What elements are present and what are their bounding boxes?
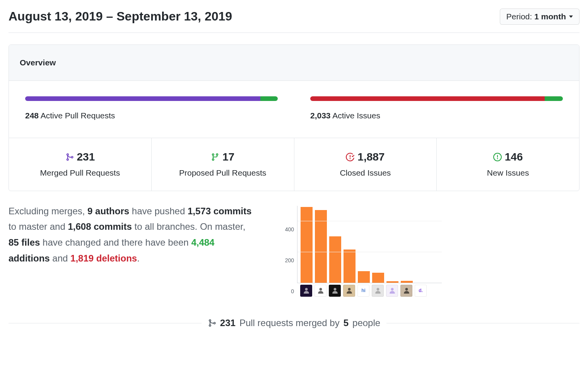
svg-point-0 [305,288,308,291]
merged-prs-stat[interactable]: 231 Merged Pull Requests [9,138,152,191]
contributor-avatar[interactable] [343,285,355,297]
svg-point-4 [376,288,379,291]
issues-closed-segment [310,96,545,101]
progress-row: 248 Active Pull Requests 2,033 Active Is… [9,81,579,138]
chart-bar[interactable] [344,250,356,283]
footer-people-count: 5 [344,316,349,330]
contributor-avatar[interactable]: d. [415,285,427,297]
contributor-avatar[interactable] [386,285,398,297]
summary-files: 85 files [9,237,40,248]
summary-t1: have pushed [129,206,188,216]
summary-t4: have changed and there have been [40,237,191,248]
contributor-avatar[interactable] [315,285,326,297]
chart-ytick: 400 [285,225,294,233]
contributor-avatar[interactable]: hi [357,285,369,297]
chart-bars [297,206,442,283]
svg-point-3 [348,288,350,291]
issue-opened-icon [493,153,502,161]
new-issues-count: 146 [505,149,523,165]
footer-t2: people [352,316,380,330]
git-merge-icon [208,319,216,327]
summary-prefix: Excluding merges, [9,206,87,216]
active-prs-cell: 248 Active Pull Requests [9,81,294,138]
active-issues-text: Active Issues [332,111,380,120]
git-merge-icon [65,153,74,161]
summary-t5: and [50,253,70,263]
svg-point-2 [333,288,336,291]
summary-t6: . [137,253,140,263]
summary-authors: 9 authors [87,206,129,216]
proposed-prs-count: 17 [222,149,234,165]
prs-merged-segment [25,96,260,101]
active-prs-count: 248 [25,111,39,120]
issues-progress-bar [310,96,563,101]
svg-point-1 [319,288,322,291]
chart-bar[interactable] [329,236,341,282]
summary-additions: 4,484 [191,237,214,248]
summary-t3: to all branches. On master, [132,221,245,232]
chart-bar[interactable] [401,281,413,283]
summary-additions-label: additions [9,253,50,263]
summary-t2: to master and [9,221,68,232]
active-issues-count: 2,033 [310,111,331,120]
contributor-avatar[interactable] [372,285,384,297]
stats-row: 231 Merged Pull Requests 17 Proposed Pul… [9,138,579,191]
issue-closed-icon [346,153,354,161]
chart-plot [297,206,442,283]
contributors-chart: 4002000 hid. [279,203,442,297]
chart-yaxis: 4002000 [279,206,297,283]
proposed-prs-label: Proposed Pull Requests [156,167,290,179]
contributor-avatar[interactable] [329,285,341,297]
active-issues-label: 2,033 Active Issues [310,109,563,122]
svg-point-5 [391,288,393,291]
new-issues-label: New Issues [441,167,575,179]
chart-bar[interactable] [386,281,398,282]
footer-t1: Pull requests merged by [239,316,340,330]
active-prs-text: Active Pull Requests [41,111,115,120]
chart-ytick: 0 [291,287,294,295]
prs-proposed-segment [260,96,278,101]
new-issues-stat[interactable]: 146 New Issues [437,138,579,191]
active-prs-label: 248 Active Pull Requests [25,109,278,122]
period-select[interactable]: Period: 1 month [500,9,579,25]
footer-pr-count: 231 [220,316,236,330]
overview-box: Overview 248 Active Pull Requests 2, [9,44,579,191]
summary-commits-master: 1,573 commits [188,206,251,216]
summary-text: Excluding merges, 9 authors have pushed … [9,203,256,267]
summary-commits-all: 1,608 commits [68,221,132,232]
closed-issues-label: Closed Issues [298,167,433,179]
svg-point-6 [405,288,408,291]
issues-new-segment [545,96,563,101]
chart-bar[interactable] [358,271,370,283]
proposed-prs-stat[interactable]: 17 Proposed Pull Requests [152,138,294,191]
chart-ytick: 200 [285,256,294,264]
prs-progress-bar [25,96,278,101]
contributor-avatar[interactable] [300,285,312,297]
git-branch-icon [211,153,219,161]
active-issues-cell: 2,033 Active Issues [294,81,579,138]
overview-title: Overview [9,45,579,81]
merged-prs-label: Merged Pull Requests [13,167,147,179]
chart-xaxis: hid. [279,285,442,297]
merged-prs-count: 231 [77,149,95,165]
chart-bar[interactable] [372,273,384,283]
date-range-title: August 13, 2019 – September 13, 2019 [9,9,232,24]
summary-deletions: 1,819 deletions [70,253,137,263]
contributor-avatar[interactable] [400,285,412,297]
caret-down-icon [569,15,573,18]
period-label: Period: [506,12,532,21]
chart-bar[interactable] [301,207,313,282]
closed-issues-count: 1,887 [357,149,385,165]
footer-text: 231 Pull requests merged by 5 people [202,316,386,330]
closed-issues-stat[interactable]: 1,887 Closed Issues [294,138,437,191]
period-value: 1 month [534,12,566,21]
